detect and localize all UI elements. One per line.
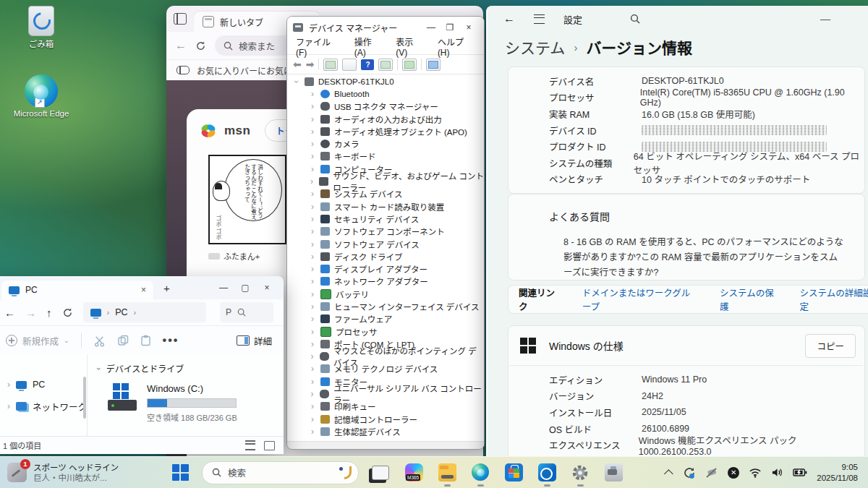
chevron-right-icon[interactable]: › (7, 401, 10, 411)
tree-item[interactable]: ›生体認証デバイス (293, 425, 484, 437)
widgets-button[interactable]: 1 スポーツ ヘッドライン 巨人・中川皓太が... (0, 457, 126, 488)
tree-item[interactable]: ›マウスとそのほかのポインティング デバイス (293, 351, 484, 363)
settings-button[interactable] (571, 463, 590, 481)
taskbar-clock[interactable]: 9:05 2025/11/08 (817, 462, 858, 484)
explorer-search-box[interactable]: P (220, 302, 273, 322)
sidebar-item-pc[interactable]: › PC (0, 374, 87, 395)
tree-item[interactable]: ›ディスプレイ アダプター (293, 262, 484, 275)
expand-chevron-icon[interactable]: › (292, 78, 302, 85)
faq-question[interactable]: 8 - 16 GB の RAM を使用すると、PC のパフォーマンスにどのような… (509, 223, 864, 281)
menu-action[interactable]: 操作(A) (354, 35, 383, 58)
tree-root[interactable]: › DESKTOP-61TKJL0 (293, 75, 484, 87)
minimize-button[interactable]: — (214, 283, 233, 293)
properties-icon[interactable] (342, 59, 357, 71)
tree-item[interactable]: ›ディスク ドライブ (293, 250, 484, 262)
back-icon[interactable]: ← (4, 307, 15, 319)
status-x-icon[interactable]: ✕ (728, 467, 739, 479)
copy-button[interactable]: コピー (805, 334, 856, 358)
tree-item[interactable]: ›サウンド、ビデオ、およびゲーム コントローラー (293, 175, 484, 187)
tree-item[interactable]: ›オーディオ処理オブジェクト (APO) (293, 125, 484, 137)
menu-file[interactable]: ファイル(F) (296, 35, 341, 58)
tree-item[interactable]: ›ヒューマン インターフェイス デバイス (293, 300, 484, 312)
back-icon[interactable]: ⬅ (293, 59, 302, 70)
taskbar-search-box[interactable]: 検索 (202, 461, 359, 484)
tree-item[interactable]: ›セキュリティ デバイス (293, 213, 484, 225)
link-domain-workgroup[interactable]: ドメインまたはワークグループ (582, 286, 698, 313)
start-button[interactable] (172, 464, 189, 481)
forward-icon[interactable]: ➡ (306, 59, 315, 70)
close-button[interactable]: × (459, 22, 478, 33)
wifi-icon[interactable] (749, 468, 762, 478)
forward-icon[interactable]: → (25, 307, 36, 319)
hidden-icons-chevron-icon[interactable] (664, 469, 673, 479)
maximize-button[interactable]: ❐ (441, 22, 459, 33)
task-view-button[interactable] (372, 463, 390, 481)
help-icon[interactable]: ? (361, 59, 374, 70)
tree-item[interactable]: ›記憶域コントローラー (293, 413, 484, 425)
sidebar-item-network[interactable]: › ネットワーク (0, 395, 87, 417)
msn-comic-card[interactable]: 消しわすれてー！どうするんだ こんなに煮えたぎっちゃって ゴボ ゴボ ふたまん+ (208, 155, 286, 262)
file-explorer-button[interactable] (438, 463, 456, 481)
device-manager-button[interactable] (605, 463, 623, 481)
tab-actions-icon[interactable] (174, 13, 187, 25)
maximize-button[interactable]: ▢ (236, 283, 255, 293)
show-console-tree-icon[interactable] (323, 59, 338, 71)
minimize-button[interactable]: — (820, 13, 859, 25)
section-devices-and-drives[interactable]: › デバイスとドライブ (98, 362, 284, 374)
minimize-button[interactable]: — (422, 22, 441, 33)
desktop-icon-recycle-bin[interactable]: ごみ箱 (13, 6, 69, 49)
up-icon[interactable]: ↑ (46, 307, 52, 319)
back-icon[interactable]: ← (503, 12, 515, 25)
large-icons-view-icon[interactable] (264, 441, 275, 450)
close-tab-icon[interactable]: × (141, 285, 146, 295)
copy-icon[interactable] (117, 335, 129, 346)
tree-item[interactable]: ›Bluetooth (293, 87, 484, 100)
drive-item-c[interactable]: Windows (C:) 空き領域 188 GB/236 GB (108, 383, 284, 423)
microsoft-store-button[interactable] (505, 463, 523, 481)
action-pane-icon[interactable] (378, 59, 393, 71)
more-options-icon[interactable]: ••• (163, 334, 179, 347)
outlook-button[interactable] (538, 463, 556, 481)
new-tab-button[interactable]: + (163, 282, 170, 294)
tree-item[interactable]: ›キーボード (293, 150, 484, 163)
battery-charging-icon[interactable] (793, 468, 807, 477)
tree-item[interactable]: ›USB コネクタ マネージャー (293, 100, 484, 113)
computer-icon[interactable] (426, 59, 441, 71)
back-icon[interactable]: ← (175, 39, 187, 52)
menu-view[interactable]: 表示(V) (396, 35, 425, 58)
details-pane-button[interactable]: 詳細 (237, 334, 272, 348)
tree-item[interactable]: ›スマート カード読み取り装置 (293, 200, 484, 213)
tree-item[interactable]: ›カメラ (293, 137, 484, 150)
tree-item[interactable]: ›オーディオの入力および出力 (293, 113, 484, 125)
explorer-tab[interactable]: PC × (1, 281, 153, 299)
breadcrumb-pc[interactable]: PC (115, 307, 127, 317)
sidebar-scrollbar[interactable] (83, 377, 86, 419)
edge-button[interactable] (472, 463, 490, 481)
breadcrumb-system[interactable]: システム (505, 36, 565, 58)
chevron-right-icon[interactable]: › (7, 380, 10, 390)
link-advanced-settings[interactable]: システムの詳細設定 (800, 286, 868, 313)
refresh-icon[interactable] (195, 40, 206, 51)
tree-item[interactable]: ›ソフトウェア デバイス (293, 238, 484, 250)
breadcrumb[interactable]: › PC › (83, 302, 206, 322)
volume-icon[interactable] (771, 467, 783, 478)
paste-icon[interactable] (140, 335, 151, 346)
link-system-protection[interactable]: システムの保護 (720, 286, 778, 313)
tree-item[interactable]: ›ソフトウェア コンポーネント (293, 226, 484, 238)
desktop-icon-edge[interactable]: ↗ Microsoft Edge (13, 74, 69, 118)
pen-off-icon[interactable] (705, 466, 718, 479)
tree-item[interactable]: ›プロセッサ (293, 325, 484, 338)
tree-item[interactable]: ›バッテリ (293, 288, 484, 300)
tree-item[interactable]: ›ファームウェア (293, 313, 484, 325)
sync-icon[interactable] (683, 466, 696, 479)
cut-icon[interactable] (93, 335, 106, 347)
refresh-icon[interactable] (62, 307, 73, 318)
new-item-button[interactable]: 新規作成 ⌄ (6, 334, 69, 348)
search-icon[interactable] (630, 14, 640, 24)
close-button[interactable]: × (258, 283, 276, 293)
list-view-icon[interactable] (245, 440, 255, 450)
copilot-m365-button[interactable]: M365 (405, 463, 423, 481)
menu-help[interactable]: ヘルプ(H) (438, 35, 475, 58)
tree-item[interactable]: ›ネットワーク アダプター (293, 275, 484, 288)
scan-hardware-icon[interactable] (402, 59, 417, 71)
